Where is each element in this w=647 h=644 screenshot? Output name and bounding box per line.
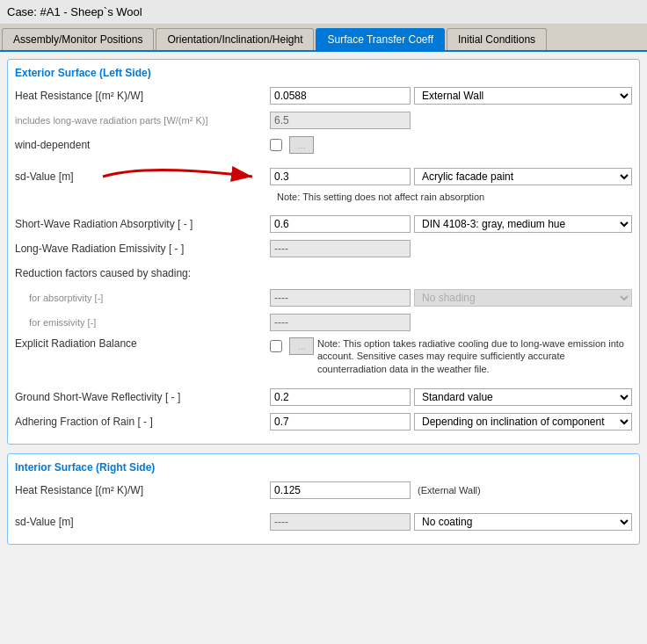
exterior-section-title: Exterior Surface (Left Side) (15, 67, 632, 79)
short-wave-row: Short-Wave Radiation Absorptivity [ - ] … (15, 214, 632, 234)
interior-sd-value-row: sd-Value [m] No coating (15, 512, 632, 532)
explicit-radiation-button: ... (289, 337, 314, 355)
long-wave-includes-input (270, 112, 411, 129)
long-wave-emissivity-label: Long-Wave Radiation Emissivity [ - ] (15, 242, 270, 255)
short-wave-label: Short-Wave Radiation Absorptivity [ - ] (15, 218, 270, 230)
long-wave-includes-label: includes long-wave radiation parts [W/(m… (15, 115, 270, 126)
for-absorptivity-input (270, 289, 411, 307)
adhering-fraction-row: Adhering Fraction of Rain [ - ] Dependin… (15, 412, 632, 431)
interior-sd-value-label: sd-Value [m] (15, 516, 270, 528)
interior-heat-resistance-note: (External Wall) (418, 485, 632, 496)
sd-value-row: sd-Value [m] Acrylic facade paint (15, 167, 632, 186)
adhering-fraction-dropdown[interactable]: Depending on inclination of component (414, 413, 632, 431)
short-wave-input[interactable] (270, 215, 411, 233)
long-wave-emissivity-input (270, 240, 411, 257)
case-title: Case: #A1 - Sheep`s Wool (7, 5, 142, 18)
tab-assembly[interactable]: Assembly/Monitor Positions (2, 28, 154, 50)
adhering-fraction-label: Adhering Fraction of Rain [ - ] (15, 416, 270, 428)
interior-heat-resistance-row: Heat Resistance [(m² K)/W] (External Wal… (15, 481, 632, 500)
sd-dropdown[interactable]: Acrylic facade paint (414, 168, 632, 185)
explicit-radiation-checkbox[interactable] (270, 340, 282, 352)
for-absorptivity-dropdown: No shading (414, 289, 632, 307)
explicit-radiation-row: Explicit Radiation Balance ... Note: Thi… (15, 337, 632, 375)
long-wave-includes-row: includes long-wave radiation parts [W/(m… (15, 111, 632, 130)
for-emissivity-label: for emissivity [-] (15, 317, 270, 328)
interior-heat-resistance-input[interactable] (270, 481, 411, 499)
sd-note-text: Note: This setting does not affect rain … (277, 192, 632, 202)
adhering-fraction-input[interactable] (270, 413, 411, 431)
wind-dependent-checkbox[interactable] (270, 139, 282, 151)
wind-dependent-row: wind-dependent ... (15, 135, 632, 155)
sd-value-input[interactable] (270, 168, 411, 185)
exterior-surface-section: Exterior Surface (Left Side) Heat Resist… (7, 59, 640, 445)
tab-orientation[interactable]: Orientation/Inclination/Height (156, 28, 314, 50)
short-wave-dropdown[interactable]: DIN 4108-3: gray, medium hue (414, 215, 632, 233)
long-wave-emissivity-row: Long-Wave Radiation Emissivity [ - ] (15, 239, 632, 258)
ground-reflectivity-row: Ground Short-Wave Reflectivity [ - ] Sta… (15, 387, 632, 407)
explicit-radiation-label: Explicit Radiation Balance (15, 337, 270, 350)
interior-surface-section: Interior Surface (Right Side) Heat Resis… (7, 453, 640, 545)
wind-dependent-button: ... (289, 136, 314, 154)
tab-initial-conditions[interactable]: Initial Conditions (447, 28, 547, 50)
tab-bar: Assembly/Monitor Positions Orientation/I… (0, 25, 647, 52)
ground-reflectivity-input[interactable] (270, 388, 411, 406)
heat-resistance-label: Heat Resistance [(m² K)/W] (15, 90, 270, 102)
title-bar: Case: #A1 - Sheep`s Wool (0, 0, 647, 25)
for-absorptivity-label: for absorptivity [-] (15, 293, 270, 303)
red-arrow-icon (94, 159, 270, 194)
wind-dependent-label: wind-dependent (15, 139, 270, 151)
heat-resistance-dropdown[interactable]: External Wall (414, 87, 632, 105)
interior-sd-value-input (270, 513, 411, 531)
for-absorptivity-row: for absorptivity [-] No shading (15, 288, 632, 308)
sd-note-row: Note: This setting does not affect rain … (273, 192, 632, 202)
tab-surface-transfer[interactable]: Surface Transfer Coeff (316, 28, 445, 50)
reduction-label-row: Reduction factors caused by shading: (15, 264, 632, 283)
for-emissivity-row: for emissivity [-] (15, 313, 632, 332)
for-emissivity-input (270, 314, 411, 331)
interior-section-title: Interior Surface (Right Side) (15, 461, 632, 474)
ground-reflectivity-label: Ground Short-Wave Reflectivity [ - ] (15, 391, 270, 403)
ground-reflectivity-dropdown[interactable]: Standard value (414, 388, 632, 406)
heat-resistance-input[interactable] (270, 87, 411, 105)
interior-heat-resistance-label: Heat Resistance [(m² K)/W] (15, 484, 270, 496)
heat-resistance-row: Heat Resistance [(m² K)/W] External Wall (15, 86, 632, 105)
interior-sd-dropdown[interactable]: No coating (414, 513, 632, 531)
reduction-label: Reduction factors caused by shading: (15, 267, 270, 279)
explicit-radiation-note: Note: This option takes radiative coolin… (317, 337, 632, 375)
